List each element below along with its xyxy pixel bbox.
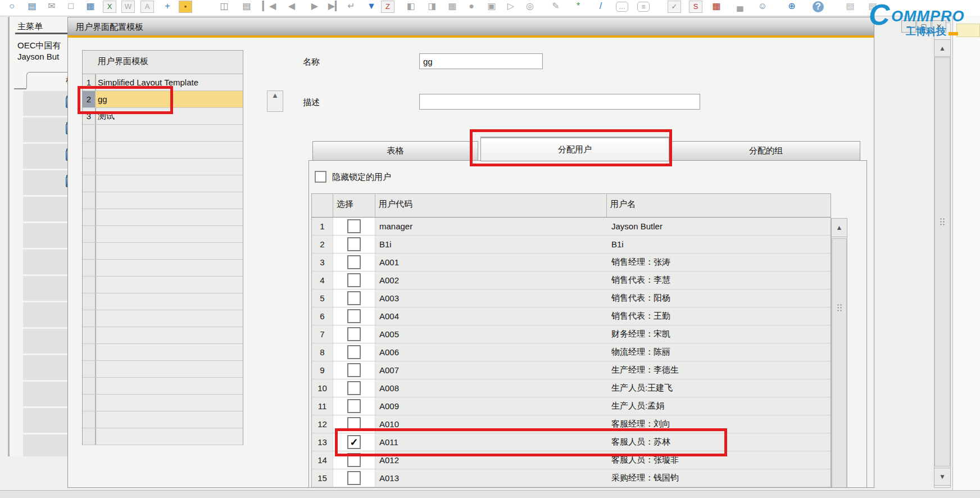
user-row[interactable]: 2B1iB1i [312, 236, 831, 253]
user-select-checkbox[interactable]: ✓ [347, 435, 361, 449]
template-row[interactable] [83, 260, 243, 277]
template-row[interactable] [83, 243, 243, 260]
checklist-icon[interactable]: ✓ [668, 1, 681, 13]
user-row[interactable]: 12A010客服经理：刘向 [312, 415, 831, 433]
template-row[interactable] [83, 175, 243, 192]
template-row[interactable]: 2gg [83, 91, 243, 108]
module-row[interactable] [23, 170, 69, 197]
tools-icon[interactable]: / [593, 0, 608, 13]
user-select-checkbox[interactable] [347, 453, 361, 467]
template-row[interactable] [83, 125, 243, 142]
export-excel-icon[interactable]: X [103, 1, 116, 13]
users-table-scrollbar-thumb[interactable] [832, 238, 847, 488]
calendar-icon[interactable]: ▦ [709, 0, 724, 13]
tab-table[interactable]: 表格 [312, 141, 478, 161]
briefcase-icon[interactable]: ▄ [733, 0, 747, 13]
user-row[interactable]: 5A003销售代表：阳杨 [312, 289, 831, 307]
template-row[interactable] [83, 310, 243, 327]
print-icon[interactable]: ▤ [25, 0, 39, 13]
template-row[interactable] [83, 361, 243, 378]
user-select-checkbox[interactable] [347, 309, 361, 323]
user-row[interactable]: 10A008生产人员:王建飞 [312, 379, 831, 397]
employee-icon[interactable]: ☺ [755, 0, 770, 13]
template-row[interactable] [83, 378, 243, 395]
fax-print-icon[interactable]: ▦ [83, 0, 98, 13]
authorizations-lock-icon[interactable]: ▪ [179, 1, 192, 13]
name-input[interactable] [419, 53, 543, 69]
user-select-checkbox[interactable] [347, 291, 361, 305]
copy-from-icon[interactable]: ◧ [403, 0, 418, 13]
copy-to-icon[interactable]: ◨ [425, 0, 439, 13]
template-row[interactable] [83, 142, 243, 159]
module-row[interactable] [23, 197, 69, 223]
template-row[interactable]: 3测试 [83, 108, 243, 125]
module-row[interactable] [23, 223, 69, 250]
user-row[interactable]: 7A005财务经理：宋凯 [312, 325, 831, 343]
mobile-device-icon[interactable]: □ [63, 0, 78, 13]
sort-icon[interactable]: Z [381, 1, 394, 13]
template-row[interactable] [83, 209, 243, 226]
app-scroll-up-button[interactable]: ▲ [934, 39, 951, 57]
window-title-bar[interactable]: 用户界面配置模板 [68, 17, 874, 36]
template-list-scroll-up-button[interactable]: ▲ [267, 90, 283, 112]
tab-assigned-users[interactable]: 分配用户 [480, 137, 669, 161]
last-record-icon[interactable]: ▶▎ [328, 0, 342, 13]
module-row[interactable] [23, 382, 69, 408]
user-select-checkbox[interactable] [347, 219, 361, 233]
modules-tab[interactable]: 模 [26, 72, 69, 88]
alerts-icon[interactable]: S [689, 1, 702, 13]
module-row[interactable] [23, 329, 69, 355]
user-select-checkbox[interactable] [347, 363, 361, 377]
batch-settings-icon[interactable]: ▤ [843, 0, 858, 13]
template-row[interactable] [83, 428, 243, 445]
template-row[interactable] [83, 192, 243, 209]
chat-icon[interactable]: … [616, 2, 628, 12]
template-row[interactable]: 1Simplified Layout Template [83, 74, 243, 91]
message-list-icon[interactable]: ≡ [637, 2, 650, 12]
user-row[interactable]: 14A012客服人员：张璇非 [312, 451, 831, 469]
user-select-checkbox[interactable] [347, 273, 361, 287]
enter-record-icon[interactable]: ↵ [344, 0, 359, 13]
user-select-checkbox[interactable] [347, 237, 361, 251]
module-row[interactable] [23, 355, 69, 382]
user-select-checkbox[interactable] [347, 381, 361, 395]
app-scroll-down-button[interactable]: ▼ [934, 468, 951, 486]
module-row[interactable] [23, 302, 69, 329]
document-search-icon[interactable]: ◎ [523, 0, 537, 13]
first-record-icon[interactable]: ▎◀ [262, 0, 276, 13]
module-row[interactable] [23, 276, 69, 302]
column-settings-icon[interactable]: ◫ [217, 0, 232, 13]
module-row[interactable] [23, 408, 69, 434]
help-icon[interactable]: ? [813, 1, 824, 12]
module-row[interactable] [23, 250, 69, 276]
user-row[interactable]: 15A013采购经理：钱国钧 [312, 469, 831, 487]
preview-icon[interactable]: ○ [4, 0, 19, 13]
hide-locked-users-checkbox[interactable] [315, 171, 326, 183]
template-row[interactable] [83, 327, 243, 344]
user-select-checkbox[interactable] [347, 345, 361, 359]
user-row[interactable]: 13✓A011客服人员：苏林 [312, 433, 831, 451]
user-row[interactable]: 1managerJayson Butler [312, 218, 831, 236]
user-select-checkbox[interactable] [347, 327, 361, 341]
org-chart-icon[interactable]: ▣ [484, 0, 499, 13]
user-select-checkbox[interactable] [347, 471, 361, 485]
user-select-checkbox[interactable] [347, 399, 361, 413]
template-row[interactable] [83, 344, 243, 361]
user-row[interactable]: 11A009生产人员:孟娟 [312, 397, 831, 415]
user-row[interactable]: 8A006物流经理：陈丽 [312, 343, 831, 361]
tab-assigned-groups[interactable]: 分配的组 [672, 141, 860, 161]
filter-icon[interactable]: ▼ [364, 0, 379, 13]
form-settings-icon[interactable]: ▤ [239, 0, 254, 13]
company-details-icon[interactable]: ▦ [445, 0, 460, 13]
previous-record-icon[interactable]: ◀ [284, 0, 299, 13]
export-word-icon[interactable]: W [121, 1, 135, 13]
user-select-checkbox[interactable] [347, 417, 361, 431]
export-pdf-icon[interactable]: A [140, 1, 154, 13]
module-row[interactable] [23, 144, 69, 170]
web-browser-icon[interactable]: ⊕ [784, 0, 799, 13]
module-row[interactable] [23, 91, 69, 117]
module-row[interactable] [23, 117, 69, 144]
next-record-icon[interactable]: ▶ [307, 0, 322, 13]
reports-chart-icon[interactable]: ● [464, 0, 479, 13]
email-icon[interactable]: ✉ [44, 0, 59, 13]
